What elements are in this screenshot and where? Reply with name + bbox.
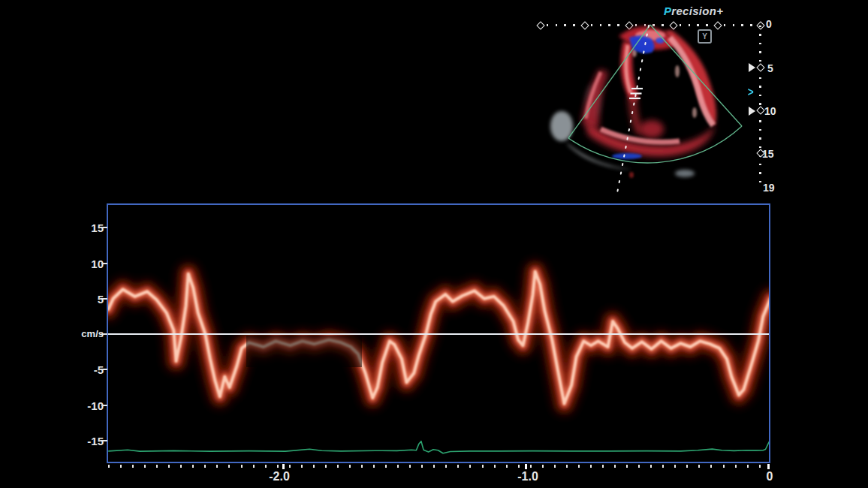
ultrasound-screen: Precision+ > 0 5 10 15 19 Y xyxy=(0,0,868,488)
velocity-axis-label: 15 xyxy=(69,222,104,233)
time-axis-label: -2.0 xyxy=(257,471,302,483)
velocity-axis-label: 5 xyxy=(69,294,104,305)
velocity-axis-label: 10 xyxy=(69,258,104,270)
velocity-axis-label: -10 xyxy=(69,400,104,411)
echo-2d-image xyxy=(518,0,796,204)
ecg-trace xyxy=(108,439,769,453)
time-major-tick xyxy=(525,464,527,469)
velocity-tick xyxy=(101,333,107,335)
velocity-axis-label: -15 xyxy=(69,435,104,447)
spectral-display xyxy=(108,205,769,462)
time-major-tick xyxy=(767,464,770,469)
velocity-tick xyxy=(101,369,107,370)
spectral-fade-region xyxy=(246,336,362,367)
velocity-unit-label: cm/s xyxy=(69,329,104,339)
velocity-tick xyxy=(101,227,107,228)
time-axis-ticks xyxy=(108,465,770,468)
velocity-tick xyxy=(101,440,107,441)
velocity-tick xyxy=(101,405,107,406)
time-axis-label: -1.0 xyxy=(505,471,550,483)
time-major-tick xyxy=(282,464,285,469)
velocity-axis-label: -5 xyxy=(69,364,104,375)
doppler-spectral-trace xyxy=(108,272,769,404)
velocity-tick xyxy=(101,263,107,264)
velocity-tick xyxy=(101,298,107,300)
time-axis-label: 0 xyxy=(747,471,792,483)
